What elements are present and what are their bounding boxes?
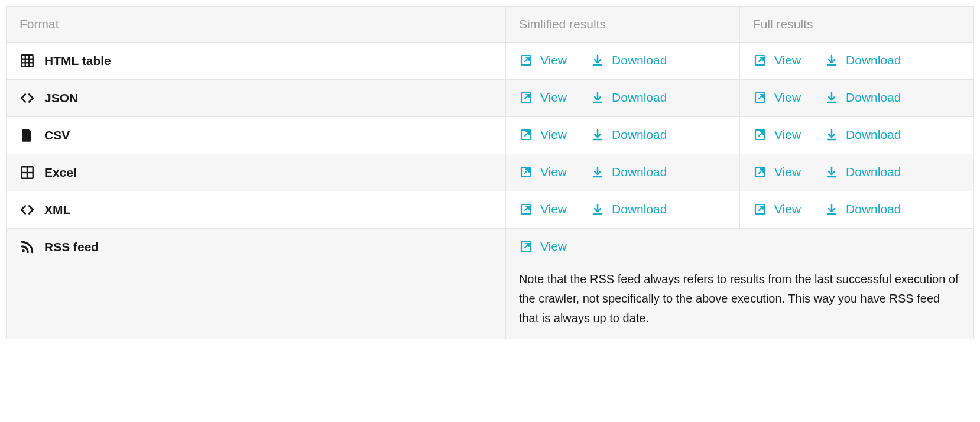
table-row: RSS feedViewNote that the RSS feed alway… [7,229,974,339]
rss-view-link[interactable]: View [519,239,567,254]
format-cell-excel: Excel [7,154,506,191]
download-icon [590,90,605,105]
download-label: Download [612,128,667,142]
code-icon [20,202,35,218]
html-table-simplified-view-link[interactable]: View [519,53,567,67]
download-label: Download [612,165,667,179]
html-table-full-download-link[interactable]: Download [825,53,901,67]
csv-full-view-link[interactable]: View [753,128,801,142]
view-label: View [540,90,567,105]
simplified-cell: ViewDownload [505,43,739,80]
open-in-new-icon [519,239,533,254]
rss-icon [20,239,35,255]
download-icon [825,90,839,105]
header-format: Format [7,7,506,43]
open-in-new-icon [519,128,533,142]
xml-full-download-link[interactable]: Download [825,202,901,216]
download-icon [825,128,839,142]
download-label: Download [612,202,667,216]
xml-simplified-actions: ViewDownload [519,202,726,216]
download-label: Download [846,128,901,142]
format-cell-json: JSON [7,80,506,117]
format-name: HTML table [44,54,111,68]
excel-full-view-link[interactable]: View [753,165,801,179]
open-in-new-icon [753,165,767,179]
open-in-new-icon [753,53,767,67]
download-icon [590,53,605,67]
excel-full-actions: ViewDownload [753,165,960,179]
download-label: Download [846,53,901,67]
open-in-new-icon [753,90,767,105]
html-table-full-view-link[interactable]: View [753,53,801,67]
json-simplified-view-link[interactable]: View [519,90,567,105]
open-in-new-icon [519,202,533,216]
html-table-simplified-download-link[interactable]: Download [590,53,667,67]
format-cell-xml: XML [7,191,506,229]
download-icon [590,202,605,216]
view-label: View [774,128,801,142]
json-full-actions: ViewDownload [753,90,960,105]
download-label: Download [612,53,667,67]
view-label: View [540,202,567,216]
open-in-new-icon [753,202,767,216]
view-label: View [774,53,801,67]
simplified-cell: ViewDownload [505,80,739,117]
html-table-full-actions: ViewDownload [753,53,960,67]
excel-simplified-download-link[interactable]: Download [590,165,667,179]
view-label: View [774,202,801,216]
excel-simplified-view-link[interactable]: View [519,165,567,179]
csv-simplified-download-link[interactable]: Download [590,128,667,142]
view-label: View [540,165,567,179]
simplified-cell: ViewDownload [505,154,739,191]
json-full-download-link[interactable]: Download [825,90,901,105]
view-label: View [774,90,801,105]
table-row: HTML tableViewDownloadViewDownload [7,43,974,80]
html-table-simplified-actions: ViewDownload [519,53,726,67]
table-row: CSVViewDownloadViewDownload [7,117,974,154]
excel-full-download-link[interactable]: Download [825,165,901,179]
header-simplified: Simlified results [505,7,739,43]
xml-full-view-link[interactable]: View [753,202,801,216]
rss-cell: ViewNote that the RSS feed always refers… [505,229,973,339]
csv-full-actions: ViewDownload [753,128,960,142]
download-icon [825,53,839,67]
format-name: CSV [44,128,70,142]
file-icon [20,128,35,143]
view-label: View [540,239,567,254]
full-cell: ViewDownload [739,43,973,80]
simplified-cell: ViewDownload [505,191,739,229]
format-cell-rss: RSS feed [7,229,506,339]
json-simplified-download-link[interactable]: Download [590,90,667,105]
xml-simplified-download-link[interactable]: Download [590,202,667,216]
json-simplified-actions: ViewDownload [519,90,726,105]
open-in-new-icon [753,128,767,142]
json-full-view-link[interactable]: View [753,90,801,105]
export-formats-table: Format Simlified results Full results HT… [6,6,974,339]
format-name: Excel [44,165,77,180]
table-row: ExcelViewDownloadViewDownload [7,154,974,191]
table-row: JSONViewDownloadViewDownload [7,80,974,117]
grid-icon [20,53,35,69]
view-label: View [774,165,801,179]
format-cell-html-table: HTML table [7,43,506,80]
full-cell: ViewDownload [739,117,973,154]
view-label: View [540,53,567,67]
download-icon [590,165,605,179]
format-cell-csv: CSV [7,117,506,154]
format-name: JSON [44,91,78,105]
csv-simplified-actions: ViewDownload [519,128,726,142]
csv-simplified-view-link[interactable]: View [519,128,567,142]
xml-simplified-view-link[interactable]: View [519,202,567,216]
code-icon [20,90,35,106]
rss-note: Note that the RSS feed always refers to … [519,270,960,328]
header-full: Full results [739,7,973,43]
csv-full-download-link[interactable]: Download [825,128,901,142]
download-label: Download [612,90,667,105]
download-label: Download [846,165,901,179]
full-cell: ViewDownload [739,80,973,117]
view-label: View [540,128,567,142]
excel-simplified-actions: ViewDownload [519,165,726,179]
full-cell: ViewDownload [739,191,973,229]
full-cell: ViewDownload [739,154,973,191]
table-row: XMLViewDownloadViewDownload [7,191,974,229]
